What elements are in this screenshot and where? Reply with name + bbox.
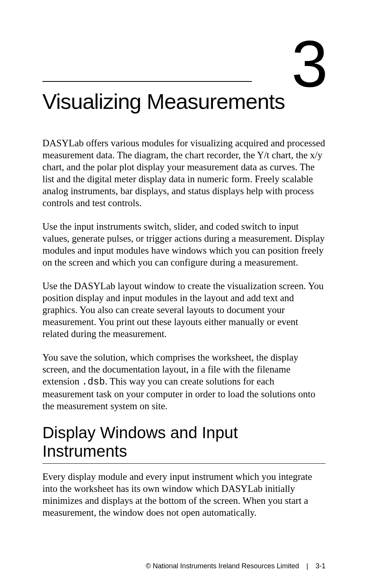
paragraph-4: You save the solution, which comprises t… (42, 351, 326, 412)
page-footer: © National Instruments Ireland Resources… (146, 562, 326, 570)
section-heading-display-windows: Display Windows and Input Instruments (42, 424, 326, 461)
paragraph-1: DASYLab offers various modules for visua… (42, 137, 326, 209)
document-page: 3 Visualizing Measurements DASYLab offer… (0, 0, 368, 588)
filename-extension-code: .dsb (82, 376, 105, 388)
chapter-title-rule (42, 81, 252, 82)
paragraph-5: Every display module and every input ins… (42, 471, 326, 519)
footer-copyright: © National Instruments Ireland Resources… (146, 562, 299, 570)
chapter-title: Visualizing Measurements (42, 89, 326, 114)
paragraph-2: Use the input instruments switch, slider… (42, 220, 326, 268)
paragraph-3: Use the DASYLab layout window to create … (42, 280, 326, 340)
section-heading-rule (42, 463, 326, 464)
footer-separator: | (306, 562, 308, 570)
chapter-number: 3 (42, 31, 326, 97)
footer-page-number: 3-1 (316, 562, 326, 570)
